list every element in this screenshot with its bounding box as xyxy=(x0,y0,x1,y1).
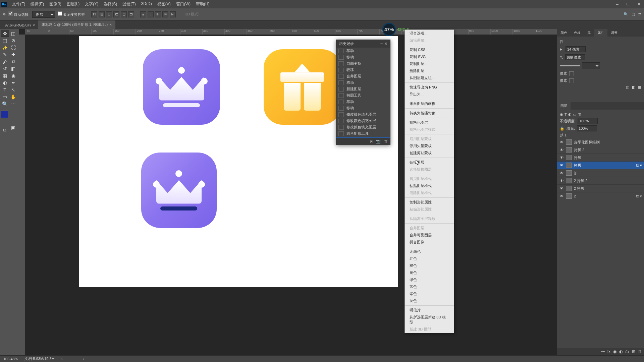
shape-tool[interactable]: ▭ xyxy=(1,93,9,100)
blur-tool[interactable]: ◉ xyxy=(9,72,17,79)
link-checkbox[interactable] xyxy=(569,71,574,76)
history-item[interactable]: 修改颜色填充图层 xyxy=(336,124,390,130)
context-menu-item[interactable]: 绿色 xyxy=(405,276,454,283)
layer-row[interactable]: 👁拷贝fx ▾ xyxy=(557,162,644,169)
history-item[interactable]: 自由变换 xyxy=(336,60,390,67)
eyedropper-tool[interactable]: ✎ xyxy=(1,51,9,58)
close-button[interactable]: ✕ xyxy=(635,1,643,7)
history-item[interactable]: 移动 xyxy=(336,79,390,86)
fill-input[interactable] xyxy=(577,125,597,131)
distribute-icon[interactable]: ⊬ xyxy=(170,11,176,17)
context-menu-item[interactable]: 红色 xyxy=(405,255,454,262)
context-menu-item[interactable]: 橙色 xyxy=(405,262,454,269)
create-doc-icon[interactable]: ⎘ xyxy=(370,139,372,144)
history-item[interactable]: 修改颜色填充图层 xyxy=(336,118,390,124)
layer-row[interactable]: 👁加 xyxy=(557,169,644,177)
new-layer-icon[interactable]: ⊞ xyxy=(632,349,635,354)
stroke-select[interactable]: ─ xyxy=(582,62,600,69)
align-hcenter-icon[interactable]: ⊡ xyxy=(121,11,127,17)
close-icon[interactable]: ✕ xyxy=(384,42,387,46)
context-menu-item[interactable]: 无颜色 xyxy=(405,248,454,255)
context-menu-item[interactable]: 从图层建立组... xyxy=(405,74,454,81)
align-vcenter-icon[interactable]: ⊟ xyxy=(99,11,105,17)
filter-pill-icon[interactable]: ◉ xyxy=(560,112,563,117)
menu-item[interactable]: 文件(F) xyxy=(9,0,28,8)
menu-item[interactable]: 编辑(E) xyxy=(28,0,47,8)
marquee-tool[interactable]: ⬚ xyxy=(1,37,9,44)
visibility-icon[interactable]: 👁 xyxy=(559,186,564,190)
share-icon[interactable]: ⇄ xyxy=(638,12,641,16)
dodge-tool[interactable]: ◐ xyxy=(1,79,9,86)
menu-item[interactable]: 窗口(W) xyxy=(173,0,193,8)
hand-tool[interactable]: ✋ xyxy=(9,93,17,100)
visibility-icon[interactable]: 👁 xyxy=(559,194,564,198)
layer-row[interactable]: 👁拷贝 xyxy=(557,154,644,162)
gradient-tool[interactable]: ▦ xyxy=(1,72,9,79)
auto-select-checkbox[interactable] xyxy=(8,11,13,16)
y-input[interactable] xyxy=(565,54,585,60)
distribute-icon[interactable]: ⊪ xyxy=(155,11,161,17)
layers-tab[interactable]: 图层 xyxy=(557,102,571,110)
context-menu-item[interactable]: 拼合图像 xyxy=(405,239,454,246)
layer-row[interactable]: 👁扁平化图标绘制 xyxy=(557,138,644,146)
align-left-icon[interactable]: ⊏ xyxy=(113,11,119,17)
context-menu-item[interactable]: 快速导出为 PNG xyxy=(405,84,454,91)
zoom-tool[interactable]: 🔍 xyxy=(1,100,9,107)
link-checkbox[interactable] xyxy=(569,78,574,83)
history-item[interactable]: 轻移 xyxy=(336,67,390,73)
visibility-icon[interactable]: 👁 xyxy=(559,148,564,152)
type-tool[interactable]: T xyxy=(1,86,9,93)
context-menu-item[interactable]: 停用矢量蒙板 xyxy=(405,142,454,149)
context-menu-item[interactable]: 明信片 xyxy=(405,307,454,314)
align-top-icon[interactable]: ⊓ xyxy=(91,11,97,17)
visibility-icon[interactable]: 👁 xyxy=(559,171,564,175)
brush-tool[interactable]: 🖌 xyxy=(1,58,9,65)
visibility-icon[interactable]: 👁 xyxy=(559,179,564,183)
minimize-icon[interactable]: ─ xyxy=(380,42,383,46)
close-icon[interactable]: × xyxy=(110,22,112,26)
visibility-icon[interactable]: 👁 xyxy=(559,140,564,144)
context-menu-item[interactable]: 链接图层 xyxy=(405,159,454,166)
context-menu-item[interactable]: 删除图层 xyxy=(405,67,454,74)
filter-shape-icon[interactable]: ▭ xyxy=(573,112,576,117)
menu-item[interactable]: 帮助(H) xyxy=(193,0,212,8)
path-select-tool[interactable]: ↖ xyxy=(9,86,17,93)
maximize-button[interactable]: ☐ xyxy=(624,1,632,7)
chevron-right-icon[interactable]: › xyxy=(61,357,63,361)
layer-mask-icon[interactable]: ◉ xyxy=(613,349,616,354)
magic-wand-tool[interactable]: ✨ xyxy=(1,44,9,51)
auto-select-dropdown[interactable]: 图层 xyxy=(32,11,55,18)
minimize-button[interactable]: ─ xyxy=(613,1,621,7)
context-menu-item[interactable]: 粘贴图层样式 xyxy=(405,182,454,189)
mask-icon[interactable]: ◫ xyxy=(626,85,629,89)
history-item[interactable]: 移动 xyxy=(336,99,390,105)
crop-tool[interactable]: ⛶ xyxy=(9,44,17,51)
context-menu-item[interactable]: 转换为智能对象 xyxy=(405,110,454,117)
visibility-icon[interactable]: 👁 xyxy=(559,163,564,167)
context-menu-item[interactable]: 蓝色 xyxy=(405,283,454,290)
context-menu-item[interactable]: 复制图层... xyxy=(405,60,454,67)
search-icon[interactable]: 🔍 xyxy=(624,12,628,16)
distribute-icon[interactable]: ⋮ xyxy=(148,11,154,17)
history-item[interactable]: 移动 xyxy=(336,54,390,60)
menu-item[interactable]: 图像(I) xyxy=(47,0,64,8)
history-item[interactable]: 圆角矩形工具 xyxy=(336,130,390,137)
mask-icon[interactable]: ◧ xyxy=(632,85,635,89)
menu-item[interactable]: 视图(V) xyxy=(155,0,173,8)
move-tool[interactable]: ✥ xyxy=(1,30,9,37)
distribute-icon[interactable]: ⊫ xyxy=(162,11,168,17)
layer-row[interactable]: 👁2fx ▾ xyxy=(557,192,644,200)
zoom-level[interactable]: 106.48% xyxy=(3,357,18,361)
gift-icon-orange[interactable] xyxy=(264,49,341,125)
opacity-input[interactable] xyxy=(578,118,598,124)
panel-tab[interactable]: 调整 xyxy=(607,29,621,37)
new-group-icon[interactable]: 🗀 xyxy=(625,349,629,354)
filter-text-icon[interactable]: T xyxy=(565,113,567,117)
document-tab[interactable]: 97.6%(RGB/8#)× xyxy=(1,21,38,29)
h-input[interactable] xyxy=(566,46,586,52)
context-menu-item[interactable]: 黄色 xyxy=(405,269,454,276)
eraser-tool[interactable]: ◧ xyxy=(9,65,17,72)
menu-item[interactable]: 3D(D) xyxy=(139,0,155,8)
document-tab[interactable]: 未标题-1 @ 106% (圆角矩形 1, RGB/8#)× xyxy=(38,20,115,29)
history-item[interactable]: 合并图层 xyxy=(336,73,390,79)
